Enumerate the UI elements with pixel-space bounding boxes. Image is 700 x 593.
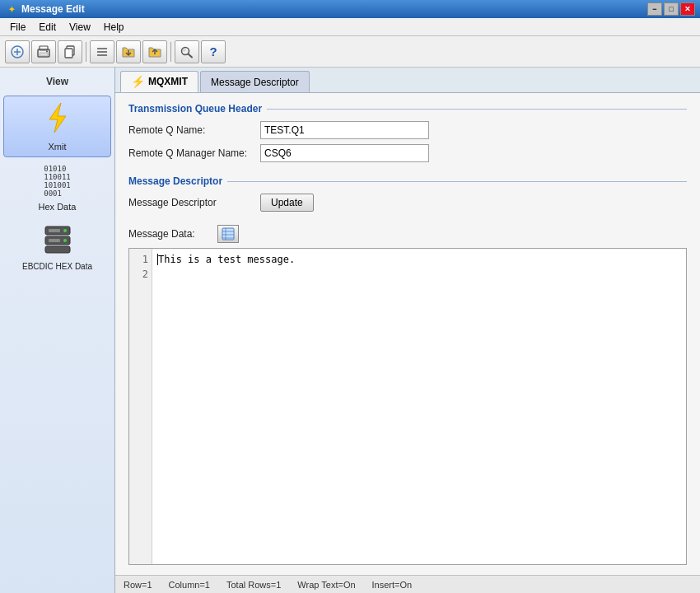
maximize-button[interactable]: □ (664, 2, 679, 16)
left-panel: View Xmit 010101100111010010001 Hex Data (0, 68, 115, 593)
lightning-icon (43, 101, 72, 140)
message-descriptor-label: Message Descriptor (128, 197, 260, 208)
menu-help[interactable]: Help (97, 20, 131, 35)
svg-line-15 (189, 54, 193, 57)
nav-item-ebcdic[interactable]: EBCDIC HEX Data (3, 220, 111, 276)
tab-mqxmit-icon: ⚡ (131, 75, 145, 88)
line-numbers: 1 2 (129, 249, 152, 564)
separator-1 (86, 42, 86, 62)
section-transmission-header: Transmission Queue Header (128, 103, 687, 114)
print-button[interactable] (31, 40, 56, 63)
svg-marker-17 (49, 103, 66, 133)
right-panel: ⚡ MQXMIT Message Descriptor Transmission… (115, 68, 700, 593)
help-button[interactable]: ? (201, 40, 226, 63)
form-group-remote-qmgr: Remote Q Manager Name: (128, 144, 687, 162)
editor-text[interactable]: This is a test message. (152, 249, 686, 564)
line-number-2: 2 (129, 267, 148, 282)
line-number-1: 1 (129, 252, 148, 267)
menu-file[interactable]: File (3, 20, 32, 35)
status-column: Column=1 (169, 580, 210, 590)
spacer-2 (128, 217, 687, 225)
menu-edit[interactable]: Edit (32, 20, 63, 35)
content-area: Transmission Queue Header Remote Q Name:… (115, 93, 700, 575)
remote-q-name-input[interactable] (260, 121, 429, 139)
spacer-1 (128, 167, 687, 175)
list-button[interactable] (90, 40, 114, 63)
app-title: Message Edit (21, 3, 647, 15)
copy-button[interactable] (58, 40, 82, 63)
close-button[interactable]: ✕ (680, 2, 695, 16)
title-bar: ✦ Message Edit − □ ✕ (0, 0, 700, 18)
window-controls: − □ ✕ (647, 2, 695, 16)
app-icon: ✦ (5, 2, 18, 16)
nav-item-xmit-label: Xmit (49, 142, 67, 152)
form-group-msg-descriptor: Message Descriptor Update (128, 194, 687, 212)
status-insert: Insert=On (372, 580, 413, 590)
remote-q-manager-label: Remote Q Manager Name: (128, 147, 260, 159)
editor-content: This is a test message. (158, 254, 295, 265)
remote-q-name-label: Remote Q Name: (128, 124, 260, 136)
status-row: Row=1 (124, 580, 152, 590)
update-button[interactable]: Update (260, 194, 314, 212)
nav-item-ebcdic-label: EBCDIC HEX Data (22, 262, 92, 271)
nav-item-hexdata-label: Hex Data (39, 202, 77, 212)
tab-message-descriptor[interactable]: Message Descriptor (200, 71, 310, 92)
svg-rect-8 (65, 49, 72, 58)
msg-data-label: Message Data: (128, 228, 211, 240)
add-button[interactable] (5, 40, 30, 63)
menu-view[interactable]: View (63, 20, 97, 35)
tab-mqxmit-label: MQXMIT (148, 76, 188, 87)
editor-container: 1 2 This is a test message. (128, 248, 687, 565)
minimize-button[interactable]: − (647, 2, 662, 16)
msg-data-header: Message Data: (128, 225, 687, 243)
svg-rect-24 (49, 239, 60, 242)
main-area: View Xmit 010101100111010010001 Hex Data (0, 68, 700, 593)
search-button[interactable] (175, 40, 199, 63)
svg-rect-4 (40, 53, 48, 56)
status-bar: Row=1 Column=1 Total Rows=1 Wrap Text=On… (115, 575, 700, 593)
separator-2 (170, 42, 171, 62)
cursor-line: This is a test message. (157, 254, 295, 265)
menu-bar: File Edit View Help (0, 18, 700, 36)
tab-bar: ⚡ MQXMIT Message Descriptor (115, 68, 700, 93)
nav-item-hexdata[interactable]: 010101100111010010001 Hex Data (3, 161, 111, 217)
svg-point-21 (63, 229, 67, 232)
svg-rect-20 (45, 246, 70, 253)
panel-title: View (3, 74, 111, 89)
tab-msgdesc-label: Message Descriptor (211, 77, 299, 88)
svg-point-22 (63, 239, 67, 242)
status-total-rows: Total Rows=1 (226, 580, 281, 590)
folder-out-button[interactable] (142, 40, 167, 63)
status-wrap-text: Wrap Text=On (297, 580, 355, 590)
section-message-descriptor: Message Descriptor (128, 175, 687, 187)
toolbar: ? (0, 36, 700, 68)
msg-data-button[interactable] (217, 225, 239, 243)
nav-item-xmit[interactable]: Xmit (3, 96, 111, 157)
tab-mqxmit[interactable]: ⚡ MQXMIT (120, 71, 198, 92)
server-icon (43, 225, 72, 260)
svg-point-6 (46, 50, 48, 52)
form-group-remote-q: Remote Q Name: (128, 121, 687, 139)
folder-in-button[interactable] (116, 40, 141, 63)
remote-q-manager-input[interactable] (260, 144, 429, 162)
svg-point-16 (183, 49, 185, 51)
svg-rect-23 (49, 229, 60, 232)
binary-icon: 010101100111010010001 (44, 166, 71, 200)
